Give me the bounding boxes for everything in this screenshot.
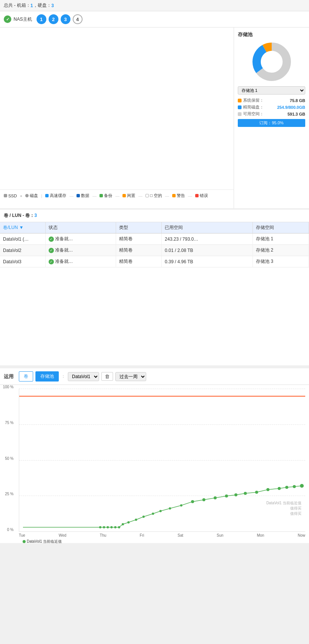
legend-warn: 警告	[172, 193, 185, 198]
row2-name: DataVol2	[0, 245, 45, 256]
y-label-50: 50 %	[5, 456, 14, 461]
nas-row: NAS主机 1 2 3 4	[0, 11, 309, 27]
row3-status: ✓ 准备就…	[45, 256, 116, 267]
table-row[interactable]: DataVol2 ✓ 准备就… 精简卷 0.01 / 2.08 TB 存储池 2	[0, 245, 309, 256]
x-tue: Tue	[19, 533, 25, 537]
chart-body: DataVol1 当前临近值 值得买 值得买	[19, 389, 305, 532]
chart-svg	[19, 389, 305, 531]
cache-dot	[45, 194, 49, 197]
thin-dot	[238, 105, 242, 109]
ssd-dot	[4, 194, 7, 197]
volume-title: 卷 / LUN - 卷：	[4, 213, 34, 218]
colon-sep: ：	[61, 373, 66, 380]
dot14	[180, 504, 182, 507]
dot12	[159, 510, 162, 512]
free-dot	[238, 112, 242, 116]
watermark: DataVol1 当前临近值 值得买 值得买	[266, 501, 301, 516]
disk-label: 磁盘	[30, 193, 38, 198]
dot16	[202, 498, 205, 501]
x-sun: Sun	[217, 533, 223, 537]
nas-label: NAS主机	[14, 16, 32, 23]
row2-type: 精简卷	[116, 245, 162, 256]
nas-badge-3[interactable]: 3	[61, 14, 70, 24]
warn-dot	[172, 194, 176, 197]
sep5: —	[115, 194, 119, 198]
chart-legend-item-1: DataVol1 当前临近值	[23, 539, 62, 543]
status-ok-icon-1: ✓	[49, 237, 54, 242]
col-status: 状态	[45, 222, 116, 233]
dot5	[114, 526, 116, 528]
subscription-bar: 订阅：95.0%	[238, 119, 305, 127]
dot20	[244, 492, 247, 495]
nas-badge-2[interactable]: 2	[49, 14, 58, 24]
disk-dot	[25, 194, 29, 197]
idle-label: 闲置	[127, 193, 135, 198]
chart-legend-dot-1	[23, 540, 26, 543]
dot7	[122, 523, 124, 525]
nas-status-icon	[4, 15, 11, 23]
pool-select[interactable]: 存储池 1	[238, 86, 305, 95]
dot4	[110, 526, 113, 528]
volume-table-wrapper: 卷/LUN ▼ 状态 类型 已用空间 存储空间 DataVol1 (… ✓ 准备…	[0, 222, 309, 365]
legend-thin: 精简磁盘： 254.9/800.0GB	[238, 104, 305, 110]
row1-type: 精简卷	[116, 233, 162, 245]
dot25	[293, 485, 296, 488]
row2-status: ✓ 准备就…	[45, 245, 116, 256]
dot8	[127, 521, 130, 523]
error-dot	[195, 194, 199, 197]
sep7: —	[165, 194, 169, 198]
nas-badge-1[interactable]: 1	[37, 14, 46, 24]
x-fri: Fri	[140, 533, 144, 537]
trash-button[interactable]: 🗑	[101, 372, 113, 381]
dot11	[152, 513, 154, 515]
legend-error: 错误	[195, 193, 208, 198]
dot19	[234, 493, 237, 496]
row3-type: 精简卷	[116, 256, 162, 267]
usage-header: 运用 卷 存储池 ： DataVol1 🗑 过去一周	[0, 368, 309, 385]
col-type: 类型	[116, 222, 162, 233]
row1-name: DataVol1 (…	[0, 233, 45, 245]
pie-container	[238, 41, 305, 82]
table-row[interactable]: DataVol3 ✓ 准备就… 精简卷 0.39 / 4.96 TB 存储池 3	[0, 256, 309, 267]
system-value: 75.8 GB	[290, 98, 305, 103]
nas-badge-4[interactable]: 4	[73, 14, 83, 24]
volume-table-head: 卷/LUN ▼ 状态 类型 已用空间 存储空间	[0, 222, 309, 233]
dot10	[142, 516, 145, 518]
ssd-label: SSD	[8, 194, 17, 198]
time-range-select[interactable]: 过去一周	[115, 372, 146, 381]
y-label-0: 0 %	[7, 528, 14, 532]
tab-pool-button[interactable]: 存储池	[35, 371, 59, 382]
legend-idle: 闲置	[122, 193, 135, 198]
row1-status: ✓ 准备就…	[45, 233, 116, 245]
status-ok-icon-3: ✓	[49, 259, 54, 264]
volume-table: 卷/LUN ▼ 状态 类型 已用空间 存储空间 DataVol1 (… ✓ 准备…	[0, 222, 309, 267]
idle-dot	[122, 194, 126, 197]
legend-data: 数据	[76, 193, 89, 198]
y-label-25: 25 %	[5, 492, 14, 496]
usage-section: 运用 卷 存储池 ： DataVol1 🗑 过去一周 100 % 75 % 50…	[0, 368, 309, 543]
legend-system: 系统保留： 75.8 GB	[238, 98, 305, 103]
dot2	[103, 526, 105, 528]
system-label: 系统保留：	[243, 98, 290, 103]
chart-x-labels: Tue Wed Thu Fri Sat Sun Mon Now	[19, 532, 305, 537]
dot6	[118, 526, 120, 528]
thin-value: 254.9/800.0GB	[277, 105, 305, 110]
tab-vol-button[interactable]: 卷	[19, 371, 33, 382]
volume-count: 3	[34, 213, 37, 218]
dot17	[214, 496, 217, 499]
cache-label: 高速缓存	[50, 193, 66, 198]
row3-name: DataVol3	[0, 256, 45, 267]
table-row[interactable]: DataVol1 (… ✓ 准备就… 精简卷 243.23 / 793.0… 存…	[0, 233, 309, 245]
dot24	[285, 486, 288, 489]
row2-pool: 存储池 2	[253, 245, 309, 256]
sep2: |	[41, 194, 42, 198]
x-now: Now	[298, 533, 305, 537]
dot18	[225, 494, 228, 497]
y-label-100: 100 %	[3, 385, 14, 389]
volume-select[interactable]: DataVol1	[68, 372, 99, 381]
sep6: —	[138, 194, 142, 198]
sep4: —	[92, 194, 96, 198]
row3-used: 0.39 / 4.96 TB	[162, 256, 253, 267]
chart-legend-bottom: DataVol1 当前临近值	[4, 537, 305, 543]
y-label-75: 75 %	[5, 421, 14, 425]
